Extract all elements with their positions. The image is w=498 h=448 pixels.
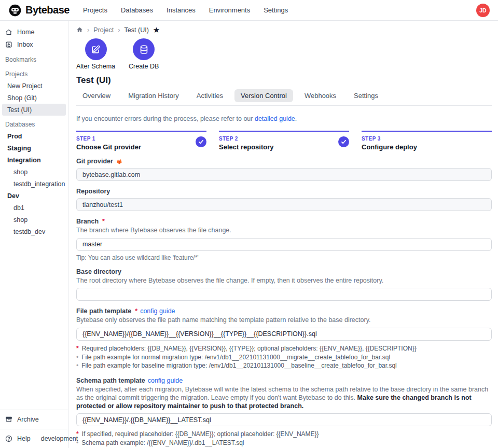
sidebar-item-home[interactable]: Home [2,26,66,38]
tab-version-control[interactable]: Version Control [234,89,293,102]
note-text: If specified, required placeholder: {{DB… [82,430,319,439]
step-title: Choose Git provider [76,143,206,151]
repository-input[interactable] [76,198,492,211]
sidebar-db-testdb-integration[interactable]: testdb_integration [2,178,66,190]
repository-field: Repository [76,188,492,211]
note-item: •File path example for normal migration … [76,353,492,362]
base-directory-label: Base directory [76,268,492,275]
sidebar-db-shop-dev[interactable]: shop [2,214,66,226]
archive-icon [5,416,12,423]
nav-databases[interactable]: Databases [121,6,153,14]
sidebar-item-label: Help [17,435,31,442]
nav-projects[interactable]: Projects [83,6,107,14]
base-directory-input[interactable] [76,288,492,301]
nav-instances[interactable]: Instances [167,6,196,14]
sidebar-item-archive[interactable]: Archive [2,413,66,426]
branch-field: Branch* The branch where Bytebase observ… [76,218,492,261]
create-db-button[interactable]: Create DB [129,38,159,70]
file-path-template-description: Bytebase only observes the file path nam… [76,316,492,325]
nav-settings[interactable]: Settings [264,6,288,14]
sidebar-env-integration[interactable]: Integration [2,154,66,166]
sidebar-db-db1[interactable]: db1 [2,202,66,214]
brand-name: Bytebase [25,4,70,16]
bookmark-star-icon[interactable]: ★ [153,26,160,34]
sidebar-item-test-ui[interactable]: Test (UI) [2,104,66,116]
schema-path-template-input[interactable] [76,413,492,426]
step-number: STEP 3 [362,136,492,142]
sidebar-env-staging[interactable]: Staging [2,142,66,154]
quick-actions: Alter Schema Create DB [76,38,492,70]
bytebase-logo-icon [8,4,22,17]
sidebar-section-bookmarks: Bookmarks [2,51,66,65]
notice-suffix: . [295,115,297,122]
quick-action-label: Alter Schema [76,63,115,70]
file-path-template-label: File path template* config guide [76,307,492,315]
schema-path-template-field: Schema path template config guide When s… [76,377,492,447]
nav-environments[interactable]: Environments [209,6,250,14]
topnav-links: Projects Databases Instances Environment… [83,6,476,14]
user-avatar[interactable]: JD [476,4,490,17]
breadcrumb-current: Test (UI) [125,26,149,34]
quick-action-label: Create DB [129,63,159,70]
schema-path-template-description: When specified, after each migration, By… [76,386,492,410]
sidebar-item-label: Home [17,29,34,36]
schema-path-template-label: Schema path template config guide [76,377,492,384]
sidebar-env-prod[interactable]: Prod [2,130,66,142]
sidebar-item-help[interactable]: Help [2,432,34,445]
schema-path-template-notes: *If specified, required placeholder: {{D… [76,430,492,447]
schema-path-config-guide-link[interactable]: config guide [148,377,183,384]
note-text: File path example for baseline migration… [81,361,397,370]
help-icon [5,435,12,442]
branch-input[interactable] [76,238,492,251]
detailed-guide-link[interactable]: detailed guide [255,115,295,122]
repository-label: Repository [76,188,492,195]
note-item: *If specified, required placeholder: {{D… [76,430,492,439]
tab-settings[interactable]: Settings [348,89,384,102]
sidebar-db-shop-integration[interactable]: shop [2,166,66,178]
file-path-template-field: File path template* config guide Bytebas… [76,307,492,370]
top-navbar: Bytebase Projects Databases Instances En… [0,0,498,21]
note-marker: * [76,344,79,353]
check-circle-icon [196,136,206,147]
tab-webhooks[interactable]: Webhooks [298,89,342,102]
sidebar-item-shop-git[interactable]: Shop (Git) [2,92,66,104]
tab-activities[interactable]: Activities [190,89,229,102]
file-path-template-input[interactable] [76,328,492,341]
page-title: Test (UI) [76,75,492,86]
step-title: Select repository [219,143,349,151]
edit-icon [85,38,107,60]
note-item: •Schema path example: /{{ENV_NAME}}/.db1… [76,439,492,447]
breadcrumb-home-icon[interactable] [76,26,83,33]
sidebar-item-inbox[interactable]: Inbox [2,38,66,51]
step-2-select-repository[interactable]: STEP 2 Select repository [219,131,349,151]
branch-label: Branch* [76,218,492,225]
note-marker: * [76,430,79,439]
required-asterisk: * [135,307,137,315]
field-label-text: Repository [76,188,110,195]
sidebar-db-testdb-dev[interactable]: testdb_dev [2,226,66,237]
file-path-config-guide-link[interactable]: config guide [140,307,175,315]
sidebar-item-new-project[interactable]: New Project [2,80,66,92]
sidebar-item-label: Archive [17,416,39,423]
note-marker: • [76,361,78,370]
step-3-configure-deploy[interactable]: STEP 3 Configure deploy [362,131,492,151]
step-1-choose-git-provider[interactable]: STEP 1 Choose Git provider [76,131,206,151]
git-provider-field: Git provider [76,158,492,181]
git-provider-label: Git provider [76,158,492,165]
breadcrumb: › Project › Test (UI) ★ [76,26,492,34]
tab-overview[interactable]: Overview [76,89,117,102]
bytebase-logo[interactable]: Bytebase [8,4,70,17]
gitlab-icon [116,158,123,165]
breadcrumb-project[interactable]: Project [93,26,114,34]
tab-bar: Overview Migration History Activities Ve… [76,89,492,106]
base-directory-description: The root directory where Bytebase observ… [76,277,492,285]
alter-schema-button[interactable]: Alter Schema [76,38,115,70]
step-number: STEP 1 [76,136,206,142]
tab-migration-history[interactable]: Migration History [122,89,185,102]
sidebar-env-dev[interactable]: Dev [2,190,66,202]
git-provider-input[interactable] [76,168,492,181]
sidebar-section-databases: Databases [2,116,66,130]
field-label-text: Branch [76,218,99,225]
notice-text: If you encounter errors during the proce… [76,115,253,122]
step-number: STEP 2 [219,136,349,142]
